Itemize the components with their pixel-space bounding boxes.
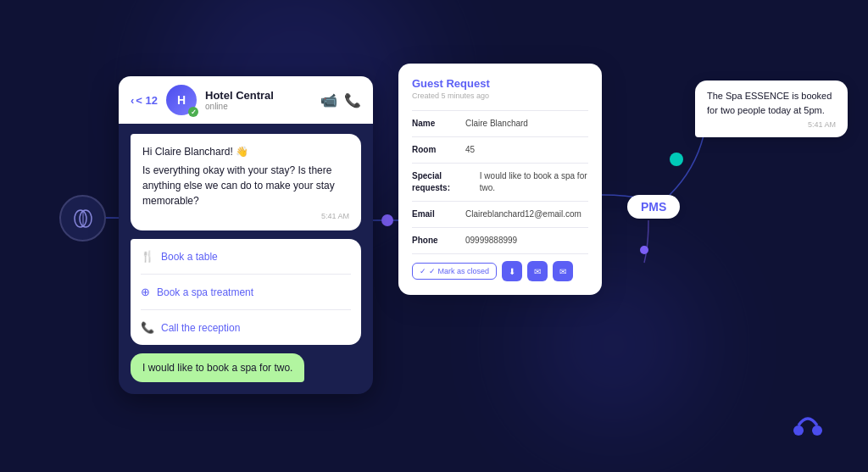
guest-value-email: Claireblanchard12@email.com — [465, 208, 581, 220]
guest-request-subtitle: Created 5 minutes ago — [412, 92, 588, 100]
action-buttons-group: 🍴 Book a table ⊕ Book a spa treatment 📞 … — [131, 239, 361, 345]
forward-button[interactable]: ✉ — [553, 261, 573, 281]
pms-label: PMS — [627, 195, 680, 219]
chat-back-label: < 12 — [136, 94, 158, 107]
chat-panel: ‹ < 12 H ✓ Hotel Central online 📹 📞 Hi C… — [119, 76, 373, 394]
svg-point-0 — [75, 210, 86, 227]
brand-logo — [790, 405, 826, 447]
guest-value-room: 45 — [465, 144, 475, 156]
teal-dot-2 — [670, 153, 683, 166]
avatar: H ✓ — [166, 85, 197, 115]
verified-badge: ✓ — [188, 107, 198, 117]
guest-label-email: Email — [412, 208, 459, 220]
purple-dot-2 — [640, 246, 648, 254]
call-reception-label: Call the reception — [161, 322, 240, 334]
guest-label-phone: Phone — [412, 235, 459, 247]
message-greeting: Hi Claire Blanchard! 👋 — [142, 144, 349, 159]
book-table-label: Book a table — [161, 251, 218, 263]
email-button[interactable]: ✉ — [527, 261, 548, 281]
mark-closed-button[interactable]: ✓ ✓ Mark as closed — [412, 263, 497, 280]
book-table-icon: 🍴 — [141, 250, 154, 263]
guest-request-title: Guest Request — [412, 77, 588, 90]
book-spa-button[interactable]: ⊕ Book a spa treatment — [141, 283, 351, 301]
guest-label-name: Name — [412, 118, 459, 130]
guest-value-special: I would like to book a spa for two. — [480, 170, 588, 194]
svg-point-4 — [812, 425, 822, 436]
check-icon: ✓ — [420, 267, 426, 275]
spa-notification-text: The Spa ESSENCE is booked for two people… — [707, 89, 836, 117]
message-time: 5:41 AM — [142, 212, 349, 220]
chat-body: Hi Claire Blanchard! 👋 Is everything oka… — [119, 124, 373, 394]
user-message-text: I would like to book a spa for two. — [131, 353, 304, 382]
ai-brain-icon — [59, 195, 106, 242]
book-spa-label: Book a spa treatment — [157, 286, 253, 298]
forward-icon: ✉ — [559, 267, 566, 276]
message-body: Is everything okay with your stay? Is th… — [142, 163, 349, 208]
guest-value-name: Claire Blanchard — [465, 118, 528, 130]
chat-title-area: Hotel Central online — [205, 89, 312, 111]
svg-point-3 — [793, 425, 804, 436]
phone-icon[interactable]: 📞 — [344, 92, 361, 108]
bot-message-bubble: Hi Claire Blanchard! 👋 Is everything oka… — [131, 134, 361, 230]
book-spa-icon: ⊕ — [141, 286, 150, 298]
online-status: online — [205, 102, 312, 111]
hotel-name: Hotel Central — [205, 89, 312, 102]
guest-field-phone: Phone 09999888999 — [412, 235, 588, 247]
svg-point-1 — [80, 210, 92, 227]
download-icon: ⬇ — [509, 267, 515, 276]
chat-header: ‹ < 12 H ✓ Hotel Central online 📹 📞 — [119, 76, 373, 124]
video-call-icon[interactable]: 📹 — [320, 92, 337, 108]
book-table-button[interactable]: 🍴 Book a table — [141, 247, 351, 265]
guest-label-special: Special requests: — [412, 170, 473, 194]
purple-dot-1 — [381, 214, 393, 226]
guest-field-name: Name Claire Blanchard — [412, 118, 588, 130]
download-button[interactable]: ⬇ — [502, 261, 522, 281]
back-arrow-icon: ‹ — [131, 94, 134, 107]
chat-actions: 📹 📞 — [320, 92, 361, 108]
mark-closed-label: ✓ Mark as closed — [429, 267, 489, 275]
guest-label-room: Room — [412, 144, 459, 156]
call-reception-icon: 📞 — [141, 321, 154, 334]
chat-back-button[interactable]: ‹ < 12 — [131, 94, 158, 107]
guest-actions-bar: ✓ ✓ Mark as closed ⬇ ✉ ✉ — [412, 261, 588, 281]
call-reception-button[interactable]: 📞 Call the reception — [141, 319, 351, 336]
guest-field-special: Special requests: I would like to book a… — [412, 170, 588, 194]
guest-request-panel: Guest Request Created 5 minutes ago Name… — [398, 64, 602, 295]
user-message-bubble: I would like to book a spa for two. — [131, 353, 361, 382]
spa-notification-bubble: The Spa ESSENCE is booked for two people… — [695, 81, 848, 137]
spa-notification-time: 5:41 AM — [707, 120, 836, 129]
guest-field-room: Room 45 — [412, 144, 588, 156]
mail-icon: ✉ — [534, 267, 541, 276]
guest-value-phone: 09999888999 — [465, 235, 517, 247]
guest-field-email: Email Claireblanchard12@email.com — [412, 208, 588, 220]
